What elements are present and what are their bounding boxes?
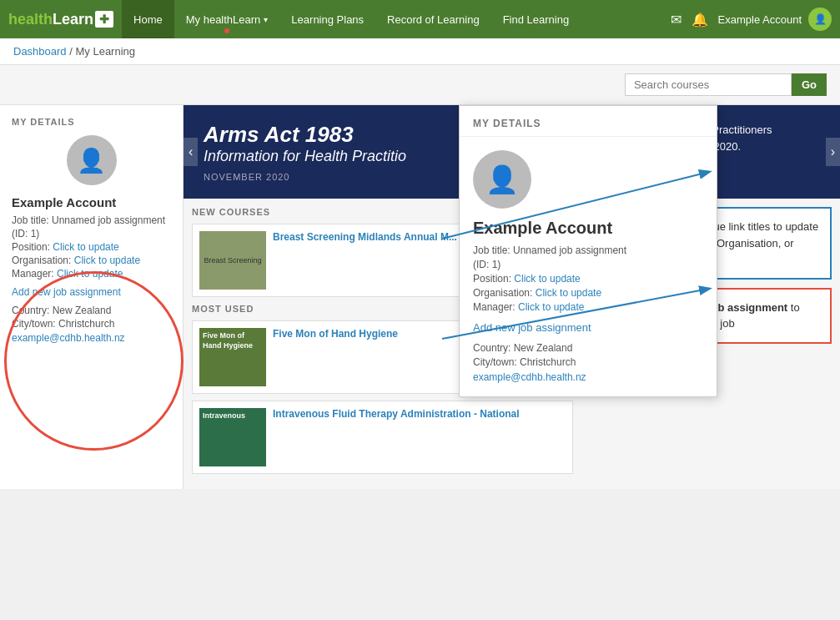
logo-text: healthLearn <box>8 11 93 28</box>
sidebar-id: (ID: 1) <box>12 228 171 239</box>
popup-email[interactable]: example@cdhb.health.nz <box>473 371 586 383</box>
main-layout: MY DETAILS 👤 Example Account Job title: … <box>0 105 840 489</box>
sidebar-city: City/town: Christchurch <box>12 318 171 330</box>
popup-add-job-link[interactable]: Add new job assignment <box>473 321 703 334</box>
user-area[interactable]: Example Account 👤 <box>718 8 832 31</box>
search-input[interactable] <box>625 73 792 96</box>
top-nav: healthLearn ✚ Home My healthLearn ▾ Lear… <box>0 0 840 38</box>
course-thumb: Breast Screening <box>199 231 266 290</box>
details-popup: MY DETAILS 👤 Example Account Job title: … <box>459 105 717 397</box>
sidebar-avatar-icon: 👤 <box>77 147 106 174</box>
sidebar-manager: Manager: Click to update <box>12 268 171 280</box>
popup-position-link[interactable]: Click to update <box>514 273 580 285</box>
most-used-thumb-1: Five Mon of Hand Hygiene <box>199 328 266 386</box>
nav-home[interactable]: Home <box>122 0 174 38</box>
sidebar-avatar: 👤 <box>67 135 117 185</box>
hero-next-button[interactable]: › <box>826 138 840 166</box>
most-used-thumb-2: Intravenous <box>199 408 266 466</box>
nav-record-of-learning[interactable]: Record of Learning <box>375 0 491 38</box>
hero-prev-button[interactable]: ‹ <box>184 138 198 166</box>
popup-position: Position: Click to update <box>473 273 703 285</box>
sidebar-position-link[interactable]: Click to update <box>53 241 118 253</box>
popup-user-name: Example Account <box>473 219 703 238</box>
sidebar-organisation-link[interactable]: Click to update <box>74 255 140 266</box>
breadcrumb-current: My Learning <box>75 45 135 58</box>
popup-city: City/town: Christchurch <box>473 356 703 368</box>
popup-country: Country: New Zealand <box>473 342 703 354</box>
most-used-card-2: Intravenous Intravenous Fluid Therapy Ad… <box>192 401 573 474</box>
nav-learning-plans[interactable]: Learning Plans <box>279 0 375 38</box>
popup-organisation-link[interactable]: Click to update <box>536 287 601 299</box>
sidebar-user-name: Example Account <box>12 195 171 209</box>
breadcrumb: Dashboard / My Learning <box>0 38 840 65</box>
popup-organisation: Organisation: Click to update <box>473 287 703 299</box>
sidebar-position: Position: Click to update <box>12 241 171 253</box>
most-used-name-2[interactable]: Intravenous Fluid Therapy Administration… <box>273 408 566 420</box>
search-button[interactable]: Go <box>792 73 827 96</box>
center-right-area: ‹ Arms Act 1983 Information for Health P… <box>184 105 840 489</box>
popup-manager-link[interactable]: Click to update <box>518 301 584 313</box>
page-wrapper: healthLearn ✚ Home My healthLearn ▾ Lear… <box>0 0 840 489</box>
sidebar-avatar-area: 👤 <box>12 135 171 185</box>
popup-id: (ID: 1) <box>473 259 703 270</box>
nav-links: Home My healthLearn ▾ Learning Plans Rec… <box>122 0 671 38</box>
popup-manager: Manager: Click to update <box>473 301 703 313</box>
breadcrumb-separator: / <box>69 45 73 58</box>
search-bar-area: Go <box>0 65 840 105</box>
breadcrumb-dashboard[interactable]: Dashboard <box>13 45 67 58</box>
sidebar-country: Country: New Zealand <box>12 305 171 316</box>
nav-icons: ✉ 🔔 Example Account 👤 <box>671 8 832 31</box>
sidebar-organisation: Organisation: Click to update <box>12 255 171 266</box>
sidebar-add-job-link[interactable]: Add new job assignment <box>12 286 171 298</box>
popup-body: 👤 Example Account Job title: Unnamed job… <box>460 137 717 396</box>
popup-job-title: Job title: Unnamed job assignment <box>473 244 703 256</box>
sidebar-section-title: MY DETAILS <box>12 117 171 127</box>
logo-cross-icon: ✚ <box>95 11 113 28</box>
nav-find-learning[interactable]: Find Learning <box>491 0 581 38</box>
bell-icon[interactable]: 🔔 <box>692 12 708 28</box>
popup-header: MY DETAILS <box>460 106 717 137</box>
mail-icon[interactable]: ✉ <box>671 12 682 28</box>
user-avatar-icon: 👤 <box>814 13 827 25</box>
sidebar-job-title: Job title: Unnamed job assignment <box>12 214 171 226</box>
popup-avatar-icon: 👤 <box>485 164 519 195</box>
most-used-info-2: Intravenous Fluid Therapy Administration… <box>273 408 566 466</box>
user-avatar-nav: 👤 <box>808 8 832 31</box>
nav-dot-indicator <box>224 28 229 33</box>
nav-my-healthlearn[interactable]: My healthLearn ▾ <box>174 0 280 38</box>
sidebar-manager-link[interactable]: Click to update <box>57 268 123 280</box>
sidebar-email[interactable]: example@cdhb.health.nz <box>12 332 125 344</box>
user-name-nav: Example Account <box>718 13 802 26</box>
popup-avatar: 👤 <box>473 150 531 209</box>
dropdown-arrow-icon: ▾ <box>264 15 268 24</box>
left-sidebar: MY DETAILS 👤 Example Account Job title: … <box>0 105 184 489</box>
logo-area: healthLearn ✚ <box>8 11 113 28</box>
